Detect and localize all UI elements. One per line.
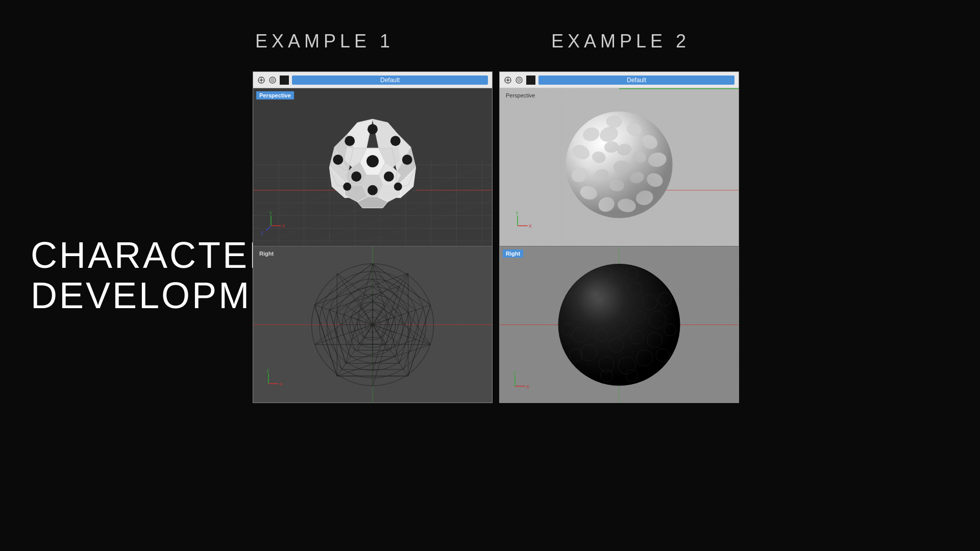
viewport-window-2: Default Perspective <box>499 71 739 403</box>
svg-point-141 <box>519 80 520 81</box>
svg-point-60 <box>345 136 355 146</box>
perspective-label-1: Perspective <box>256 91 294 99</box>
right-label-2: Right <box>503 249 523 258</box>
svg-text:Z: Z <box>513 371 516 376</box>
right-panel-1: Right <box>253 246 492 403</box>
toolbar-1: Default <box>253 72 492 88</box>
svg-point-168 <box>566 111 672 218</box>
left-panel: CHARACTER DEVELOPMENT <box>31 235 235 316</box>
svg-text:X: X <box>529 223 532 229</box>
viewport-window-1: Default Perspective <box>253 71 493 403</box>
perspective-viewport-1: X Y Z <box>253 88 492 246</box>
svg-point-68 <box>343 183 351 191</box>
svg-text:X: X <box>282 223 285 229</box>
perspective-panel-2: Perspective <box>500 88 739 246</box>
perspective-viewport-2: X Y <box>500 88 739 246</box>
viewport-title-1[interactable]: Default <box>292 76 488 85</box>
color-swatch-2[interactable] <box>526 76 535 85</box>
svg-point-63 <box>402 155 412 165</box>
page-title: CHARACTER DEVELOPMENT <box>31 235 235 316</box>
svg-point-62 <box>333 155 343 165</box>
svg-point-59 <box>368 124 378 134</box>
perspective-label-2: Perspective <box>503 91 538 99</box>
toolbar-2: Default <box>500 72 739 88</box>
svg-text:Y: Y <box>269 211 272 216</box>
svg-text:Y: Y <box>516 211 519 216</box>
target-icon-1[interactable] <box>268 76 277 84</box>
svg-point-138 <box>507 79 509 81</box>
svg-text:X: X <box>526 384 529 389</box>
color-swatch-1[interactable] <box>280 76 289 85</box>
perspective-panel-1: Perspective <box>253 88 492 246</box>
svg-point-69 <box>394 183 402 191</box>
svg-point-211 <box>558 264 680 386</box>
right-label-1: Right <box>256 249 277 258</box>
svg-point-65 <box>351 171 361 182</box>
svg-point-4 <box>272 80 273 81</box>
right-viewport-1: X Z <box>253 246 492 403</box>
right-panel-2: Right <box>500 246 739 403</box>
nav-icon-2[interactable] <box>504 76 512 84</box>
right-viewport-2: X Z <box>500 246 739 403</box>
svg-point-64 <box>366 155 379 167</box>
target-icon-2[interactable] <box>515 76 523 84</box>
svg-text:X: X <box>280 382 283 387</box>
svg-point-67 <box>368 185 378 195</box>
viewport-title-2[interactable]: Default <box>538 76 734 85</box>
example1-label: EXAMPLE 1 <box>255 31 394 52</box>
example2-label: EXAMPLE 2 <box>551 31 690 52</box>
svg-text:Z: Z <box>261 231 264 236</box>
svg-point-1 <box>260 79 262 81</box>
svg-point-61 <box>390 136 401 146</box>
svg-text:Z: Z <box>266 368 270 373</box>
svg-point-66 <box>384 171 394 182</box>
nav-icon-1[interactable] <box>257 76 265 84</box>
